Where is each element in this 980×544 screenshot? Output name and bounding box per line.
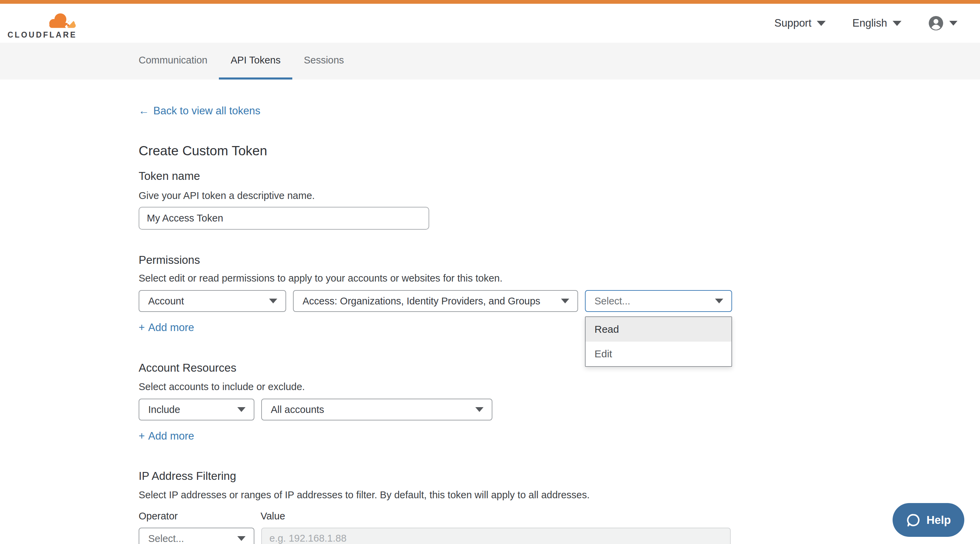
operator-label: Operator (138, 511, 261, 522)
help-button-label: Help (926, 514, 951, 527)
chevron-down-icon (237, 536, 245, 541)
permissions-heading: Permissions (138, 254, 980, 266)
permission-group-value: Access: Organizations, Identity Provider… (302, 295, 540, 307)
ip-filtering-heading: IP Address Filtering (138, 469, 980, 482)
tab-sessions[interactable]: Sessions (292, 43, 356, 79)
add-more-permissions-label: Add more (148, 322, 194, 334)
language-menu-label: English (852, 17, 887, 29)
support-menu-label: Support (775, 17, 812, 29)
tab-api-tokens[interactable]: API Tokens (219, 43, 292, 79)
add-more-resources-label: Add more (148, 430, 194, 442)
dropdown-option-edit[interactable]: Edit (585, 342, 732, 366)
back-link-label: Back to view all tokens (153, 105, 261, 117)
account-menu[interactable] (928, 15, 958, 31)
main-content: ← Back to view all tokens Create Custom … (0, 79, 980, 544)
resource-target-value: All accounts (271, 404, 324, 416)
chevron-down-icon (475, 407, 484, 412)
chevron-down-icon (715, 299, 723, 303)
ip-filtering-labels: Operator Value (138, 511, 980, 522)
top-accent-bar (0, 0, 980, 4)
language-menu[interactable]: English (852, 17, 902, 29)
chevron-down-icon (817, 21, 826, 26)
add-more-permissions-link[interactable]: + Add more (138, 322, 194, 334)
token-name-heading: Token name (138, 170, 980, 182)
resource-mode-value: Include (148, 404, 180, 416)
chevron-down-icon (561, 299, 569, 303)
permission-level-placeholder: Select... (595, 295, 630, 307)
ip-operator-placeholder: Select... (148, 533, 184, 544)
dropdown-option-read[interactable]: Read (585, 317, 732, 342)
user-avatar-icon (928, 15, 944, 31)
permission-level-wrap: Select... Read Edit (585, 290, 732, 312)
cloudflare-logo-text: CLOUDFLARE (8, 30, 80, 40)
resource-target-select[interactable]: All accounts (261, 399, 492, 420)
add-more-resources-link[interactable]: + Add more (138, 430, 194, 442)
value-label: Value (261, 511, 285, 522)
permissions-row: Account Access: Organizations, Identity … (138, 290, 980, 312)
chat-bubble-icon (906, 512, 921, 528)
cloudflare-cloud-icon (44, 12, 80, 29)
token-name-description: Give your API token a descriptive name. (138, 190, 980, 201)
chevron-down-icon (269, 299, 277, 303)
permission-level-select[interactable]: Select... (585, 290, 732, 312)
token-name-input[interactable] (138, 207, 429, 230)
permission-group-select[interactable]: Access: Organizations, Identity Provider… (293, 290, 578, 312)
permission-level-dropdown: Read Edit (585, 316, 732, 367)
permission-scope-value: Account (148, 295, 184, 307)
ip-filtering-description: Select IP addresses or ranges of IP addr… (138, 489, 980, 501)
plus-icon: + (138, 322, 145, 334)
permission-scope-select[interactable]: Account (138, 290, 286, 312)
ip-value-input[interactable] (261, 528, 731, 544)
tab-communication[interactable]: Communication (127, 43, 219, 79)
account-resources-heading: Account Resources (138, 362, 980, 374)
account-resources-description: Select accounts to include or exclude. (138, 381, 980, 392)
page-title: Create Custom Token (138, 143, 980, 159)
header-nav: Support English (775, 4, 958, 43)
ip-operator-select[interactable]: Select... (138, 528, 255, 544)
chevron-down-icon (892, 21, 902, 26)
back-link[interactable]: ← Back to view all tokens (138, 105, 261, 117)
back-arrow-icon: ← (138, 105, 149, 117)
permissions-description: Select edit or read permissions to apply… (138, 273, 980, 284)
plus-icon: + (138, 430, 145, 442)
chevron-down-icon (237, 407, 245, 412)
cloudflare-logo: CLOUDFLARE (8, 12, 80, 40)
ip-filtering-row: Select... (138, 528, 980, 544)
account-resources-row: Include All accounts (138, 399, 980, 420)
support-menu[interactable]: Support (775, 17, 826, 29)
help-button[interactable]: Help (892, 503, 964, 537)
header: CLOUDFLARE Support English (0, 4, 980, 43)
tab-bar: Communication API Tokens Sessions (0, 43, 980, 79)
resource-mode-select[interactable]: Include (138, 399, 255, 420)
chevron-down-icon (949, 21, 958, 25)
